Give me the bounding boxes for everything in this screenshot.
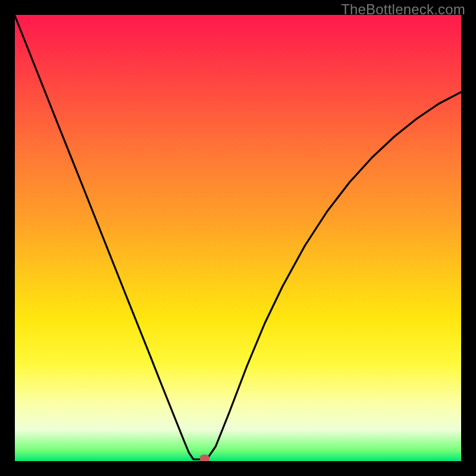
chart-container: TheBottleneck.com: [0, 0, 476, 476]
curve-svg: [15, 15, 461, 461]
bottleneck-curve: [15, 16, 461, 460]
watermark-text: TheBottleneck.com: [341, 1, 465, 18]
optimal-point-marker: [200, 455, 209, 461]
plot-area: [15, 15, 461, 461]
